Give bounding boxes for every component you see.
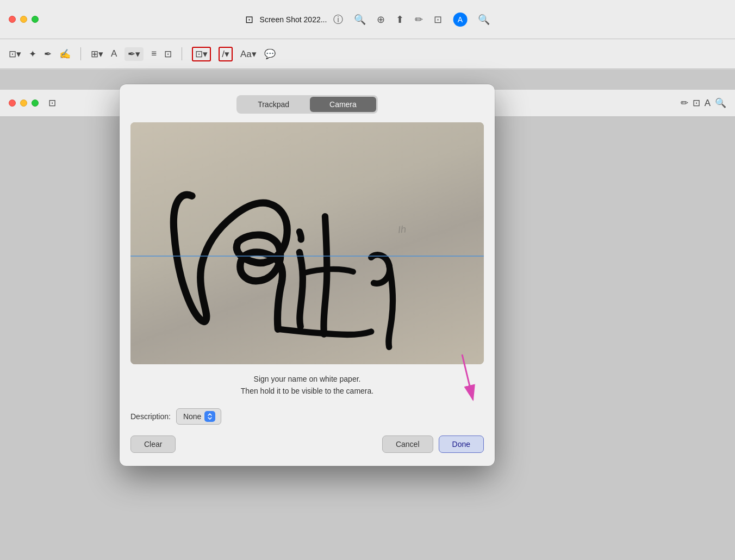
second-sidebar-icon[interactable]: ⊡ (48, 97, 56, 109)
toolbar-row: ⊡▾ ✦ ✒ ✍ ⊞▾ A ✒▾ ≡ ⊡ ⊡▾ /▾ Aa▾ 💬 (0, 39, 735, 69)
window-title: Screen Shot 2022... (260, 15, 327, 24)
signature-baseline (130, 256, 484, 257)
text-icon[interactable]: A (111, 48, 117, 59)
instruction-line1: Sign your name on white paper. (130, 373, 484, 385)
second-maximize-button[interactable] (32, 99, 39, 107)
annotate-icon[interactable]: A (453, 13, 467, 27)
second-markup-icon[interactable]: ✏ (681, 97, 688, 109)
instruction-line2: Then hold it to be visible to the camera… (130, 385, 484, 397)
tab-switcher: Trackpad Camera (130, 95, 484, 114)
font-icon[interactable]: Aa▾ (240, 48, 257, 60)
second-close-button[interactable] (9, 99, 16, 107)
right-buttons: Cancel Done (382, 435, 484, 453)
signature-modal: Trackpad Camera Ih (120, 84, 495, 466)
second-annotate-icon[interactable]: A (705, 98, 711, 109)
description-row: Description: None (130, 408, 484, 425)
second-traffic-lights (9, 99, 39, 107)
search-icon[interactable]: 🔍 (478, 14, 490, 26)
description-value: None (183, 412, 201, 421)
title-bar: ⊡ Screen Shot 2022... ⓘ 🔍 ⊕ ⬆ ✏ ⊡ A 🔍 (0, 0, 735, 39)
select-arrow-icon (204, 411, 215, 422)
magic-select-icon[interactable]: ✦ (29, 48, 36, 60)
layout-icon[interactable]: ⊡ (164, 48, 172, 60)
button-row: Clear Cancel Done (130, 435, 484, 453)
markup-icon[interactable]: ✏ (415, 14, 423, 26)
expand-icon[interactable]: ⊡ (434, 14, 442, 26)
title-bar-icons: ⓘ 🔍 ⊕ ⬆ ✏ ⊡ A 🔍 (333, 13, 490, 27)
cancel-button[interactable]: Cancel (382, 435, 433, 453)
tab-container: Trackpad Camera (236, 95, 378, 114)
instructions: Sign your name on white paper. Then hold… (130, 373, 484, 397)
sketch-icon[interactable]: ✍ (59, 48, 71, 60)
draw-icon[interactable]: ✒ (44, 48, 52, 60)
second-minimize-button[interactable] (20, 99, 27, 107)
traffic-lights (9, 16, 39, 23)
description-label: Description: (130, 412, 171, 421)
separator-1 (80, 47, 81, 60)
separator-2 (182, 47, 182, 60)
zoom-out-icon[interactable]: 🔍 (354, 14, 366, 26)
second-expand-icon[interactable]: ⊡ (693, 97, 700, 109)
up-down-arrows-icon (207, 413, 213, 420)
shapes-icon[interactable]: ⊞▾ (91, 48, 103, 60)
sidebar-toggle-icon[interactable]: ⊡ (245, 14, 253, 26)
tab-camera[interactable]: Camera (310, 97, 376, 112)
zoom-in-icon[interactable]: ⊕ (377, 14, 385, 26)
fill-color-icon[interactable]: /▾ (219, 47, 233, 61)
clear-button[interactable]: Clear (130, 435, 176, 453)
maximize-button[interactable] (32, 16, 39, 23)
camera-background: Ih (130, 122, 484, 364)
tab-trackpad[interactable]: Trackpad (238, 97, 309, 112)
minimize-button[interactable] (20, 16, 27, 23)
description-select[interactable]: None (176, 408, 221, 425)
done-button[interactable]: Done (439, 435, 484, 453)
border-color-icon[interactable]: ⊡▾ (192, 47, 211, 61)
signature-svg (130, 122, 484, 364)
title-bar-center: ⊡ Screen Shot 2022... ⓘ 🔍 ⊕ ⬆ ✏ ⊡ A 🔍 (245, 13, 490, 27)
share-icon[interactable]: ⬆ (396, 14, 404, 26)
camera-preview: Ih (130, 122, 484, 364)
speech-bubble-icon[interactable]: 💬 (264, 48, 276, 60)
second-search-icon[interactable]: 🔍 (715, 97, 726, 109)
info-icon[interactable]: ⓘ (333, 13, 343, 26)
rect-select-icon[interactable]: ⊡▾ (9, 48, 21, 60)
close-button[interactable] (9, 16, 16, 23)
signature-icon[interactable]: ✒▾ (124, 47, 144, 61)
adjust-icon[interactable]: ≡ (151, 48, 157, 59)
